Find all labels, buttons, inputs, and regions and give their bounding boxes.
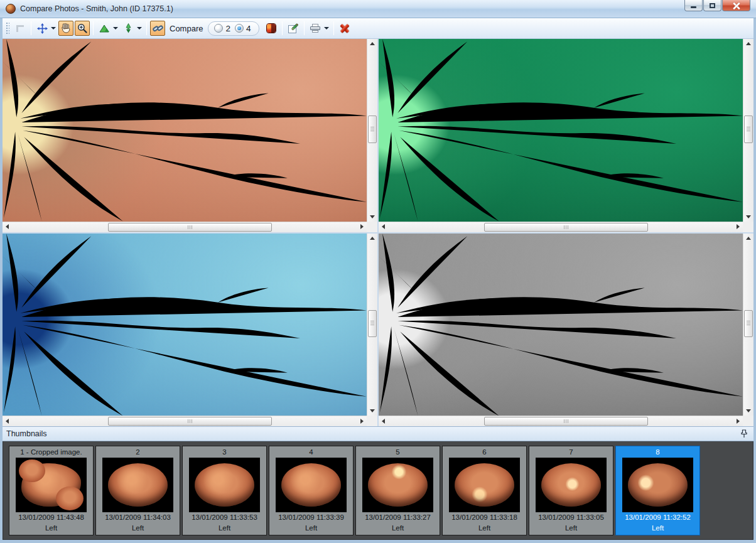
- thumbnail-date: 13/01/2009 11:33:18: [451, 512, 517, 523]
- thumbnail-label: 7: [569, 447, 573, 458]
- scroll-thumb[interactable]: [744, 116, 753, 143]
- flip-tool-button[interactable]: [97, 21, 112, 36]
- vertical-scrollbar[interactable]: [743, 39, 753, 222]
- thumbnail-2[interactable]: 2 13/01/2009 11:34:03 Left: [95, 446, 180, 535]
- thumbnail-label: 5: [396, 447, 399, 458]
- vertical-scrollbar[interactable]: [743, 234, 753, 416]
- minimize-button[interactable]: [684, 0, 703, 11]
- scroll-thumb[interactable]: [484, 417, 648, 426]
- scroll-thumb[interactable]: [744, 310, 753, 338]
- scroll-down-arrow[interactable]: [746, 409, 751, 412]
- scroll-left-arrow[interactable]: [382, 419, 385, 424]
- scroll-thumb[interactable]: [368, 116, 377, 143]
- thumbnail-image: [449, 458, 520, 512]
- compare-label: Compare: [170, 24, 203, 33]
- pin-panel-button[interactable]: [738, 428, 750, 439]
- scroll-left-arrow[interactable]: [6, 224, 9, 229]
- scroll-thumb[interactable]: [108, 417, 272, 426]
- fundus-vessels: [379, 39, 743, 222]
- scroll-down-arrow[interactable]: [746, 215, 751, 218]
- scroll-up-arrow[interactable]: [746, 237, 751, 240]
- window-title: Compare Photos - Smith, John (ID 17375.1…: [20, 4, 173, 13]
- sort-tool-button[interactable]: [121, 21, 136, 36]
- split-compare-button[interactable]: [264, 21, 279, 36]
- link-views-button[interactable]: [150, 21, 165, 36]
- layout-4-label: 4: [246, 24, 251, 33]
- horizontal-scrollbar[interactable]: [379, 222, 743, 232]
- close-compare-button[interactable]: [337, 21, 352, 36]
- photo-viewport-grayscale[interactable]: [379, 234, 743, 416]
- thumbnail-eye: Left: [478, 523, 490, 534]
- scrollbar-corner: [367, 416, 377, 426]
- thumbnail-8[interactable]: 8 13/01/2009 11:32:52 Left: [615, 446, 700, 535]
- maximize-button[interactable]: [703, 0, 721, 11]
- horizontal-scrollbar[interactable]: [379, 416, 743, 426]
- split-compare-icon: [266, 23, 276, 33]
- scroll-right-arrow[interactable]: [737, 224, 740, 229]
- hand-tool-button[interactable]: [58, 21, 73, 36]
- thumbnail-date: 13/01/2009 11:34:03: [105, 512, 171, 523]
- scrollbar-corner: [743, 222, 753, 232]
- layout-radio-group: 2 4: [208, 21, 259, 36]
- scroll-left-arrow[interactable]: [382, 224, 385, 229]
- close-button[interactable]: [722, 0, 750, 11]
- thumbnails-strip: 1 - Cropped image. 13/01/2009 11:43:48 L…: [3, 441, 753, 540]
- photo-viewport-blue[interactable]: [3, 234, 367, 416]
- scroll-right-arrow[interactable]: [360, 419, 364, 424]
- thumbnail-label: 6: [482, 447, 486, 458]
- photo-viewport-green[interactable]: [379, 39, 743, 222]
- scroll-thumb[interactable]: [484, 223, 648, 232]
- flip-dropdown-caret[interactable]: [113, 27, 118, 30]
- scroll-thumb[interactable]: [108, 223, 272, 232]
- layout-2-radio[interactable]: [214, 24, 223, 33]
- scroll-right-arrow[interactable]: [737, 419, 740, 424]
- scroll-up-arrow[interactable]: [746, 42, 751, 45]
- pan-dropdown-caret[interactable]: [51, 27, 56, 30]
- horizontal-scrollbar[interactable]: [3, 222, 367, 232]
- thumbnails-header: Thumbnails: [3, 426, 753, 441]
- scroll-thumb[interactable]: [368, 310, 377, 338]
- fundus-vessels: [3, 234, 367, 416]
- zoom-tool-button[interactable]: [75, 21, 90, 36]
- thumbnail-label: 8: [656, 447, 659, 458]
- thumbnail-label: 3: [222, 447, 226, 458]
- printer-icon: [310, 24, 320, 33]
- thumbnail-image: [536, 458, 607, 512]
- scroll-right-arrow[interactable]: [360, 224, 364, 229]
- hand-icon: [61, 23, 71, 33]
- thumbnail-5[interactable]: 5 13/01/2009 11:33:27 Left: [355, 446, 440, 535]
- thumbnail-image: [16, 458, 87, 512]
- toolbar-grip[interactable]: [6, 22, 9, 35]
- minimize-icon: [691, 6, 696, 8]
- vertical-scrollbar[interactable]: [367, 234, 377, 416]
- scroll-up-arrow[interactable]: [370, 42, 375, 45]
- scroll-left-arrow[interactable]: [6, 419, 9, 424]
- thumbnail-eye: Left: [45, 523, 57, 534]
- print-dropdown-caret[interactable]: [324, 27, 329, 30]
- layout-4-radio[interactable]: [235, 24, 244, 33]
- photo-viewport-color[interactable]: [3, 39, 367, 222]
- thumbnail-6[interactable]: 6 13/01/2009 11:33:18 Left: [442, 446, 527, 535]
- thumbnail-image: [189, 458, 260, 512]
- pan-tool-button[interactable]: [35, 21, 50, 36]
- sort-dropdown-caret[interactable]: [137, 27, 142, 30]
- annotate-button[interactable]: [286, 21, 301, 36]
- scroll-down-arrow[interactable]: [370, 409, 375, 412]
- print-button[interactable]: [308, 21, 323, 36]
- toolbar: Compare 2 4: [3, 18, 753, 39]
- scroll-up-arrow[interactable]: [370, 237, 375, 240]
- vertical-scrollbar[interactable]: [367, 39, 377, 222]
- scroll-down-arrow[interactable]: [370, 215, 375, 218]
- panel-color-photo: [3, 39, 377, 232]
- close-icon: [733, 2, 740, 9]
- horizontal-scrollbar[interactable]: [3, 416, 367, 426]
- thumbnail-1[interactable]: 1 - Cropped image. 13/01/2009 11:43:48 L…: [9, 446, 94, 535]
- thumbnail-3[interactable]: 3 13/01/2009 11:33:53 Left: [182, 446, 267, 535]
- pin-icon: [740, 429, 748, 438]
- thumbnail-4[interactable]: 4 13/01/2009 11:33:39 Left: [269, 446, 354, 535]
- thumbnail-image: [276, 458, 347, 512]
- thumbnail-7[interactable]: 7 13/01/2009 11:33:05 Left: [529, 446, 613, 535]
- layout-2-label: 2: [225, 24, 230, 33]
- thumbnail-label: 1 - Cropped image.: [20, 447, 82, 458]
- thumbnail-date: 13/01/2009 11:33:53: [192, 512, 257, 523]
